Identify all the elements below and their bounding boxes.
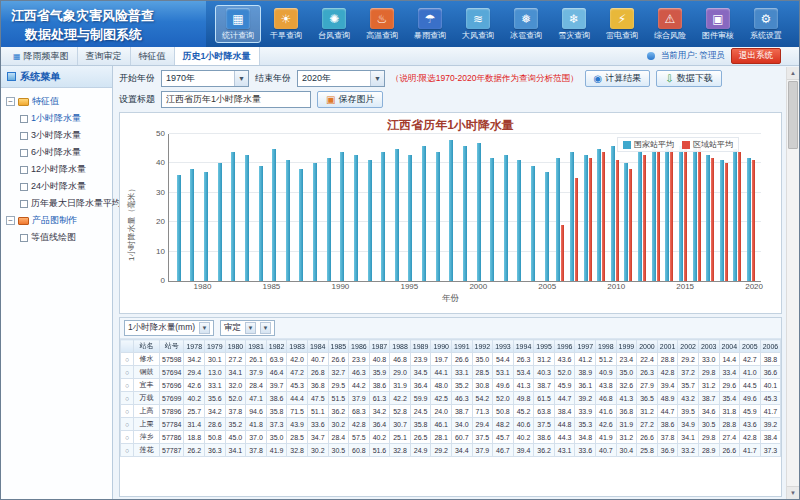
tree-item-等值线绘图[interactable]: 等值线绘图 bbox=[4, 229, 109, 246]
nav-label: 大风查询 bbox=[456, 30, 500, 41]
start-year-select[interactable]: 1970年 ▼ bbox=[161, 70, 249, 87]
tab-特征值[interactable]: 特征值 bbox=[131, 47, 175, 65]
expander-icon[interactable]: − bbox=[6, 97, 15, 106]
table-scroll-area[interactable]: 站名 站号 1978197919801981198219831984198519… bbox=[120, 339, 781, 496]
end-year-select[interactable]: 2020年 ▼ bbox=[297, 70, 385, 87]
review-select[interactable]: 审定 ▼ ▼ bbox=[220, 320, 275, 336]
table-row-铜鼓[interactable]: ○铜鼓5769429.413.034.137.946.447.226.832.7… bbox=[121, 366, 782, 379]
checkbox-icon[interactable] bbox=[20, 234, 28, 242]
checkbox-icon[interactable] bbox=[20, 166, 28, 174]
综合风险-icon: ⚠ bbox=[658, 8, 682, 29]
year-column-header: 1987 bbox=[369, 340, 390, 353]
calculate-button[interactable]: ◉ 计算结果 bbox=[585, 70, 651, 87]
row-radio[interactable]: ○ bbox=[121, 366, 134, 379]
end-year-label: 结束年份 bbox=[255, 72, 291, 85]
scroll-up-icon[interactable]: ▲ bbox=[787, 67, 799, 80]
value-cell: 51.2 bbox=[596, 353, 617, 366]
row-radio[interactable]: ○ bbox=[121, 405, 134, 418]
scroll-down-icon[interactable]: ▼ bbox=[787, 486, 799, 499]
value-cell: 43.1 bbox=[554, 444, 575, 457]
tab-降雨频率图[interactable]: ▦降雨频率图 bbox=[5, 47, 78, 65]
value-cell: 37.9 bbox=[472, 444, 493, 457]
table-row-莲花[interactable]: ○莲花5778726.236.334.137.841.932.830.230.5… bbox=[121, 444, 782, 457]
bar-group-2019 bbox=[731, 134, 745, 281]
tab-历史1小时降水量[interactable]: 历史1小时降水量 bbox=[175, 47, 260, 65]
bar-national bbox=[313, 163, 317, 281]
tree-item-历年最大日降水量平均[interactable]: 历年最大日降水量平均 bbox=[4, 195, 109, 212]
checkbox-icon[interactable] bbox=[20, 200, 28, 208]
row-radio[interactable]: ○ bbox=[121, 444, 134, 457]
chart-title-input[interactable] bbox=[161, 91, 311, 108]
bar-national bbox=[354, 155, 358, 281]
row-radio[interactable]: ○ bbox=[121, 353, 134, 366]
value-cell: 30.2 bbox=[307, 444, 328, 457]
tab-查询审定[interactable]: 查询审定 bbox=[78, 47, 131, 65]
value-cell: 42.6 bbox=[184, 379, 205, 392]
year-column-header: 1979 bbox=[205, 340, 226, 353]
row-radio[interactable]: ○ bbox=[121, 431, 134, 444]
bar-national bbox=[638, 152, 642, 281]
checkbox-icon[interactable] bbox=[20, 149, 28, 157]
logout-button[interactable]: 退出系统 bbox=[731, 48, 781, 64]
checkbox-icon[interactable] bbox=[20, 132, 28, 140]
scrollbar-thumb[interactable] bbox=[788, 81, 798, 149]
value-cell: 37.8 bbox=[657, 431, 678, 444]
row-radio[interactable]: ○ bbox=[121, 418, 134, 431]
value-cell: 25.8 bbox=[637, 444, 658, 457]
value-cell: 39.7 bbox=[266, 379, 287, 392]
tree-item-12小时降水量[interactable]: 12小时降水量 bbox=[4, 161, 109, 178]
nav-item-台风查询[interactable]: ✺台风查询 bbox=[311, 5, 357, 43]
value-cell: 53.1 bbox=[493, 366, 514, 379]
nav-item-雷电查询[interactable]: ⚡雷电查询 bbox=[599, 5, 645, 43]
checkbox-icon[interactable] bbox=[20, 115, 28, 123]
window-vertical-scrollbar[interactable]: ▲ ▼ bbox=[786, 67, 799, 499]
year-column-header: 2004 bbox=[719, 340, 740, 353]
nav-item-图件审核[interactable]: ▣图件审核 bbox=[695, 5, 741, 43]
table-row-上栗[interactable]: ○上栗5778431.428.635.241.837.343.933.630.2… bbox=[121, 418, 782, 431]
expander-icon[interactable]: − bbox=[6, 216, 15, 225]
nav-item-统计查询[interactable]: ▦统计查询 bbox=[215, 5, 261, 43]
tree-item-6小时降水量[interactable]: 6小时降水量 bbox=[4, 144, 109, 161]
precip-type-select[interactable]: 1小时降水量(mm) ▼ bbox=[124, 320, 214, 336]
nav-item-高温查询[interactable]: ♨高温查询 bbox=[359, 5, 405, 43]
tree-item-24小时降水量[interactable]: 24小时降水量 bbox=[4, 178, 109, 195]
value-cell: 36.4 bbox=[369, 418, 390, 431]
table-row-萍乡[interactable]: ○萍乡5778618.850.845.037.035.028.534.728.4… bbox=[121, 431, 782, 444]
tree-group-产品图制作[interactable]: −产品图制作 bbox=[4, 212, 109, 229]
table-row-修水[interactable]: ○修水5759834.230.127.226.163.942.040.726.6… bbox=[121, 353, 782, 366]
table-row-宜丰[interactable]: ○宜丰5769642.633.132.028.439.745.336.829.5… bbox=[121, 379, 782, 392]
tree-item-1小时降水量[interactable]: 1小时降水量 bbox=[4, 110, 109, 127]
table-row-万载[interactable]: ○万载5769940.235.652.047.138.644.447.551.5… bbox=[121, 392, 782, 405]
tree-item-3小时降水量[interactable]: 3小时降水量 bbox=[4, 127, 109, 144]
bar-group-1991 bbox=[349, 134, 363, 281]
bar-group-2007 bbox=[567, 134, 581, 281]
nav-item-干旱查询[interactable]: ☀干旱查询 bbox=[263, 5, 309, 43]
bar-group-2015 bbox=[676, 134, 690, 281]
checkbox-icon[interactable] bbox=[20, 183, 28, 191]
tree-group-特征值[interactable]: −特征值 bbox=[4, 93, 109, 110]
bar-group-2006 bbox=[554, 134, 568, 281]
nav-item-暴雨查询[interactable]: ☂暴雨查询 bbox=[407, 5, 453, 43]
table-row-上高[interactable]: ○上高5789625.734.237.894.635.871.551.136.2… bbox=[121, 405, 782, 418]
nav-item-综合风险[interactable]: ⚠综合风险 bbox=[647, 5, 693, 43]
value-cell: 26.5 bbox=[410, 431, 431, 444]
value-cell: 36.8 bbox=[307, 379, 328, 392]
year-column-header: 1994 bbox=[513, 340, 534, 353]
nav-item-雪灾查询[interactable]: ❄雪灾查询 bbox=[551, 5, 597, 43]
bar-national bbox=[272, 149, 276, 281]
save-image-button[interactable]: ▣ 保存图片 bbox=[317, 91, 383, 108]
统计查询-icon: ▦ bbox=[226, 8, 250, 29]
title-toolbar: 设置标题 ▣ 保存图片 bbox=[119, 91, 782, 108]
nav-item-系统设置[interactable]: ⚙系统设置 bbox=[743, 5, 789, 43]
value-cell: 30.1 bbox=[205, 353, 226, 366]
row-radio[interactable]: ○ bbox=[121, 392, 134, 405]
download-button[interactable]: ⇩ 数据下载 bbox=[656, 70, 721, 87]
value-cell: 35.0 bbox=[266, 431, 287, 444]
bar-group-2020 bbox=[744, 134, 758, 281]
value-cell: 39.5 bbox=[678, 405, 699, 418]
end-year-value: 2020年 bbox=[302, 72, 331, 85]
value-cell: 51.1 bbox=[307, 405, 328, 418]
nav-item-大风查询[interactable]: ≋大风查询 bbox=[455, 5, 501, 43]
nav-item-冰雹查询[interactable]: ❅冰雹查询 bbox=[503, 5, 549, 43]
row-radio[interactable]: ○ bbox=[121, 379, 134, 392]
